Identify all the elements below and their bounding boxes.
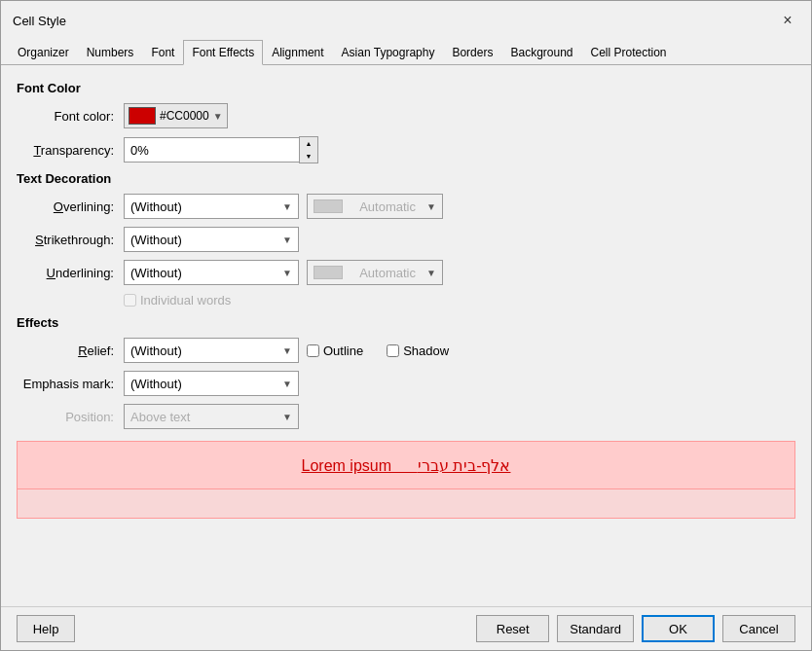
tab-font[interactable]: Font — [142, 40, 183, 65]
standard-button[interactable]: Standard — [557, 615, 634, 642]
underlining-controls: (Without) ▼ Automatic ▼ — [124, 260, 443, 285]
tab-organizer[interactable]: Organizer — [9, 40, 78, 65]
tab-numbers[interactable]: Numbers — [78, 40, 143, 65]
preview-lorem: Lorem ipsum — [302, 457, 391, 474]
preview-bottom — [18, 488, 794, 518]
position-label: Position: — [17, 410, 124, 424]
relief-controls: (Without) ▼ Outline Shadow — [124, 338, 464, 363]
underlining-color-swatch — [314, 266, 343, 279]
color-dropdown-arrow: ▼ — [213, 111, 223, 122]
font-color-button[interactable]: #CC0000 ▼ — [124, 103, 228, 128]
help-button[interactable]: Help — [17, 615, 75, 642]
tab-asian-typography[interactable]: Asian Typography — [333, 40, 444, 65]
position-row: Position: Above text ▼ — [17, 404, 795, 429]
overlining-color-select[interactable]: Automatic ▼ — [307, 194, 443, 219]
close-button[interactable]: × — [776, 9, 799, 32]
color-swatch — [129, 107, 156, 125]
relief-select[interactable]: (Without) ▼ — [124, 338, 299, 363]
shadow-checkbox-item: Shadow — [387, 344, 449, 358]
position-select[interactable]: Above text ▼ — [124, 404, 299, 429]
preview-hebrew: אלף-בית עברי — [418, 457, 511, 474]
shadow-label: Shadow — [403, 344, 449, 358]
spin-buttons: ▲ ▼ — [299, 136, 318, 163]
preview-text: Lorem ipsum אלף-בית עברי — [302, 456, 511, 475]
relief-arrow: ▼ — [282, 345, 292, 356]
effects-heading: Effects — [17, 315, 795, 330]
spin-down-button[interactable]: ▼ — [300, 150, 317, 163]
dialog-title: Cell Style — [13, 14, 66, 28]
emphasis-label: Emphasis mark: — [17, 377, 124, 391]
tab-borders[interactable]: Borders — [443, 40, 501, 65]
underlining-select[interactable]: (Without) ▼ — [124, 260, 299, 285]
reset-button[interactable]: Reset — [476, 615, 549, 642]
strikethrough-row: Strikethrough: (Without) ▼ — [17, 227, 795, 252]
outline-checkbox-item: Outline — [307, 344, 363, 358]
individual-words-checkbox[interactable] — [124, 294, 136, 307]
underlining-arrow: ▼ — [282, 268, 292, 278]
tab-font-effects[interactable]: Font Effects — [183, 40, 263, 65]
individual-words-label: Individual words — [140, 293, 231, 307]
underlining-color-select[interactable]: Automatic ▼ — [307, 260, 443, 285]
overlining-arrow: ▼ — [282, 201, 292, 212]
shadow-checkbox[interactable] — [387, 344, 399, 357]
cancel-button[interactable]: Cancel — [722, 615, 795, 642]
emphasis-arrow: ▼ — [282, 379, 292, 389]
strikethrough-label: Strikethrough: — [17, 233, 124, 247]
overlining-color-arrow: ▼ — [426, 201, 436, 212]
position-arrow: ▼ — [282, 412, 292, 422]
preview-area: Lorem ipsum אלף-בית עברי — [17, 441, 795, 519]
text-decoration-heading: Text Decoration — [17, 171, 795, 186]
bottom-bar: Help Reset Standard OK Cancel — [1, 606, 811, 650]
color-hex-text: #CC0000 — [160, 109, 209, 123]
text-decoration-section: Text Decoration Overlining: (Without) ▼ … — [17, 171, 795, 307]
bottom-right-buttons: Reset Standard OK Cancel — [476, 615, 795, 642]
transparency-input[interactable] — [124, 137, 299, 163]
tab-cell-protection[interactable]: Cell Protection — [582, 40, 676, 65]
emphasis-select[interactable]: (Without) ▼ — [124, 371, 299, 396]
spin-up-button[interactable]: ▲ — [300, 137, 317, 150]
tab-background[interactable]: Background — [501, 40, 581, 65]
tab-bar: Organizer Numbers Font Font Effects Alig… — [1, 40, 811, 65]
transparency-label: Transparency: — [17, 143, 124, 158]
overlining-controls: (Without) ▼ Automatic ▼ — [124, 194, 443, 219]
relief-row: Relief: (Without) ▼ Outline Shadow — [17, 338, 795, 363]
overlining-select[interactable]: (Without) ▼ — [124, 194, 299, 219]
effects-section: Effects Relief: (Without) ▼ Outline Sha — [17, 315, 795, 429]
preview-top: Lorem ipsum אלף-בית עברי — [18, 442, 794, 488]
overlining-color-swatch — [314, 199, 343, 213]
overlining-row: Overlining: (Without) ▼ Automatic ▼ — [17, 194, 795, 219]
font-color-row: Font color: #CC0000 ▼ — [17, 103, 795, 128]
outline-checkbox[interactable] — [307, 344, 319, 357]
title-bar: Cell Style × — [1, 1, 811, 40]
strikethrough-select[interactable]: (Without) ▼ — [124, 227, 299, 252]
tab-content: Font Color Font color: #CC0000 ▼ Transpa… — [1, 65, 811, 606]
emphasis-row: Emphasis mark: (Without) ▼ — [17, 371, 795, 396]
ok-button[interactable]: OK — [642, 615, 715, 642]
transparency-row: Transparency: ▲ ▼ — [17, 136, 795, 163]
strikethrough-arrow: ▼ — [282, 235, 292, 245]
underlining-label: Underlining: — [17, 266, 124, 280]
underlining-row: Underlining: (Without) ▼ Automatic ▼ — [17, 260, 795, 285]
tab-alignment[interactable]: Alignment — [263, 40, 332, 65]
underlining-color-arrow: ▼ — [426, 268, 436, 278]
individual-words-row: Individual words — [124, 293, 795, 307]
transparency-spinbox: ▲ ▼ — [124, 136, 318, 163]
overlining-label: Overlining: — [17, 199, 124, 214]
relief-label: Relief: — [17, 344, 124, 358]
font-color-label: Font color: — [17, 109, 124, 124]
font-color-heading: Font Color — [17, 81, 795, 95]
outline-label: Outline — [323, 344, 363, 358]
font-color-section: Font Color Font color: #CC0000 ▼ Transpa… — [17, 81, 795, 163]
cell-style-dialog: Cell Style × Organizer Numbers Font Font… — [0, 0, 812, 651]
